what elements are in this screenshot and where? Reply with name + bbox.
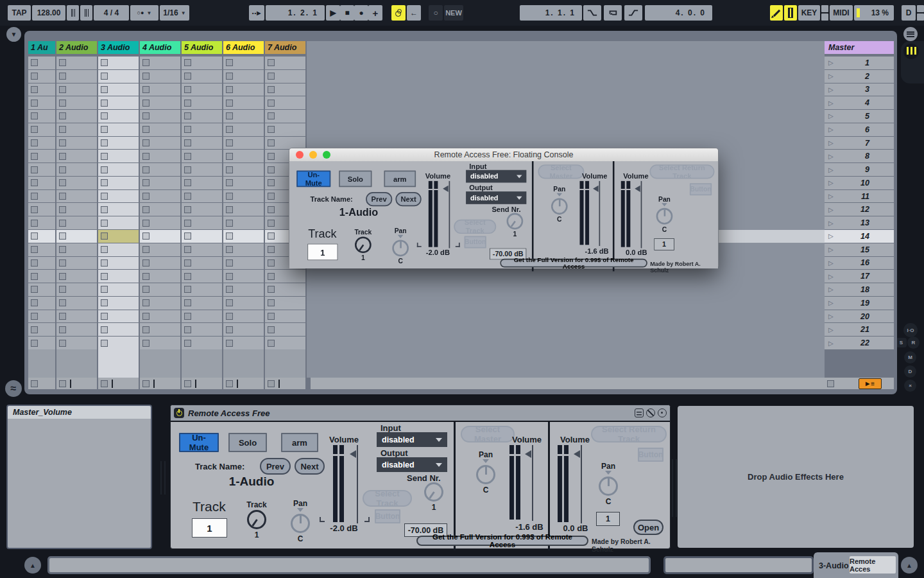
clip-slot[interactable] — [28, 177, 55, 189]
clip-slot[interactable] — [98, 283, 139, 296]
clip-slot[interactable] — [56, 123, 97, 136]
scene-play-icon[interactable]: ▷ — [828, 112, 834, 119]
clip-slot[interactable] — [182, 110, 222, 123]
track-number-field[interactable]: 1 — [307, 244, 338, 261]
solo-button[interactable]: Solo — [339, 171, 372, 188]
scene-row[interactable]: ▷22 — [825, 337, 894, 349]
scene-row[interactable]: ▷3 — [825, 83, 894, 96]
show-returns-button[interactable]: R — [907, 337, 920, 349]
clip-slot[interactable] — [140, 230, 180, 243]
capture-new-button[interactable]: NEW — [444, 5, 463, 21]
scene-row[interactable]: ▷17 — [825, 270, 894, 283]
punch-in-button[interactable] — [583, 5, 601, 21]
open-button[interactable]: Open — [633, 520, 663, 535]
time-signature-field[interactable]: 4 / 4 — [94, 5, 129, 21]
full-version-button[interactable]: Get the Full Version for 0.99$ of Remote… — [500, 259, 647, 268]
clip-slot[interactable] — [182, 283, 222, 296]
clip-slot[interactable] — [265, 70, 305, 83]
track-header[interactable]: 5 Audio — [182, 41, 222, 54]
nudge-down-button[interactable] — [67, 5, 79, 21]
clip-slot[interactable] — [28, 110, 55, 123]
scene-play-icon[interactable]: ▷ — [828, 73, 834, 80]
arm-button[interactable]: arm — [384, 171, 416, 188]
clip-slot[interactable] — [182, 337, 222, 349]
clip-slot[interactable] — [265, 283, 305, 296]
selected-track-tab[interactable]: 3-Audio — [819, 561, 849, 570]
detail-view-toggle-button[interactable]: ▲ — [901, 557, 918, 574]
loop-switch-button[interactable] — [604, 5, 622, 21]
arrangement-view-toggle-button[interactable] — [903, 27, 918, 41]
clip-slot[interactable] — [223, 323, 264, 336]
clip-slot[interactable] — [140, 323, 180, 336]
info-view-toggle-button[interactable]: ▲ — [24, 557, 41, 574]
reenable-automation-button[interactable]: ← — [407, 5, 421, 21]
clip-slot[interactable] — [265, 123, 305, 136]
device-unfold-icon[interactable] — [635, 408, 644, 417]
clip-slot[interactable] — [56, 70, 97, 83]
clip-slot[interactable] — [98, 190, 139, 203]
scene-play-icon[interactable]: ▷ — [828, 153, 834, 160]
input-select[interactable]: disabled — [377, 432, 447, 447]
clip-slot[interactable] — [56, 163, 97, 176]
arm-button[interactable]: arm — [281, 433, 318, 452]
browser-toggle-button[interactable]: ▼ — [6, 27, 21, 42]
clip-slot[interactable] — [140, 57, 180, 69]
clip-slot[interactable] — [28, 257, 55, 270]
clip-slot[interactable] — [140, 123, 180, 136]
device-hot-swap-icon[interactable] — [646, 408, 655, 417]
clip-slot[interactable] — [265, 297, 305, 310]
key-map-button[interactable]: KEY — [798, 5, 820, 21]
clip-slot[interactable] — [223, 123, 264, 136]
scene-row[interactable]: ▷16 — [825, 257, 894, 270]
clip-slot[interactable] — [28, 323, 55, 336]
scene-play-icon[interactable]: ▷ — [828, 166, 834, 173]
scene-row[interactable]: ▷15 — [825, 243, 894, 256]
scene-play-icon[interactable]: ▷ — [828, 313, 834, 320]
clip-slot[interactable] — [98, 83, 139, 96]
window-title-bar[interactable]: Remote Access Free: Floating Console — [289, 148, 718, 161]
input-select[interactable]: disabled — [466, 170, 526, 183]
punch-out-button[interactable] — [624, 5, 642, 21]
clip-slot[interactable] — [223, 337, 264, 349]
clip-slot[interactable] — [182, 137, 222, 150]
clip-slot[interactable] — [28, 297, 55, 310]
clip-slot[interactable] — [182, 70, 222, 83]
master-pan-knob[interactable]: Pan C — [466, 450, 505, 495]
scene-row[interactable]: ▷12 — [825, 203, 894, 216]
track-header[interactable]: 7 Audio — [265, 41, 305, 54]
clip-slot[interactable] — [56, 203, 97, 216]
device-activator-toggle[interactable] — [174, 408, 184, 418]
clip-slot[interactable] — [223, 110, 264, 123]
clip-slot[interactable] — [28, 190, 55, 203]
next-track-button[interactable]: Next — [395, 192, 421, 206]
return-volume-slider[interactable] — [581, 445, 582, 523]
clip-slot[interactable] — [98, 123, 139, 136]
clip-slot[interactable] — [223, 57, 264, 69]
unmute-button[interactable]: Un-Mute — [296, 171, 330, 188]
master-volume-slider[interactable] — [599, 181, 600, 246]
clip-slot[interactable] — [56, 270, 97, 283]
output-select[interactable]: disabled — [377, 457, 447, 472]
scene-row[interactable]: ▷4 — [825, 96, 894, 109]
scene-play-icon[interactable]: ▷ — [828, 340, 834, 347]
scene-row[interactable]: ▷2 — [825, 70, 894, 83]
clip-slot[interactable] — [98, 203, 139, 216]
send-knob[interactable]: 1 — [499, 212, 531, 238]
volume-slider-handle[interactable] — [443, 186, 449, 192]
clip-slot[interactable] — [56, 230, 97, 243]
scene-play-icon[interactable]: ▷ — [828, 220, 834, 227]
clip-slot[interactable] — [223, 96, 264, 109]
clip-slot[interactable] — [56, 137, 97, 150]
scene-row[interactable]: ▷18 — [825, 283, 894, 296]
device-title-bar[interactable]: Remote Access Free — [171, 405, 670, 422]
clip-slot[interactable] — [56, 57, 97, 69]
volume-slider[interactable] — [449, 181, 450, 249]
prev-track-button[interactable]: Prev — [366, 192, 392, 206]
clip-slot[interactable] — [28, 137, 55, 150]
scene-row[interactable]: ▷1 — [825, 57, 894, 69]
clip-slot[interactable] — [140, 297, 180, 310]
device-resize-handle[interactable] — [672, 459, 677, 517]
clip-slot[interactable] — [182, 96, 222, 109]
show-track-delay-button[interactable]: D — [904, 365, 916, 378]
clip-slot[interactable] — [182, 243, 222, 256]
